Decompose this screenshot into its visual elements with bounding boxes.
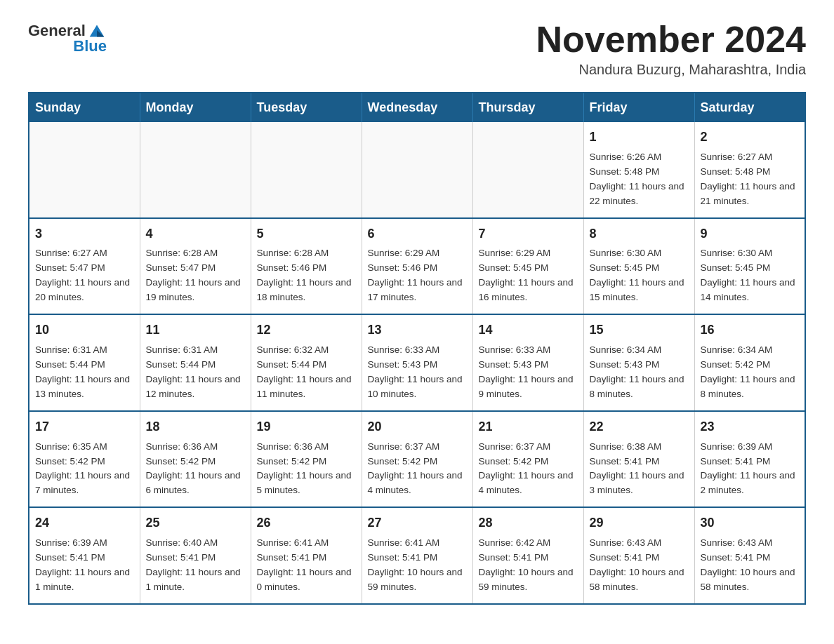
day-info: Daylight: 11 hours and 9 minutes.: [479, 373, 578, 402]
day-number: 7: [479, 224, 578, 244]
day-info: Sunset: 5:42 PM: [257, 455, 356, 469]
day-number: 4: [146, 224, 245, 244]
day-number: 17: [35, 417, 134, 437]
calendar-cell: 30Sunrise: 6:43 AMSunset: 5:41 PMDayligh…: [694, 507, 805, 604]
day-info: Sunrise: 6:34 AM: [590, 343, 689, 358]
day-info: Daylight: 11 hours and 18 minutes.: [257, 276, 356, 305]
day-info: Daylight: 11 hours and 7 minutes.: [35, 469, 134, 498]
day-info: Sunrise: 6:34 AM: [701, 343, 800, 358]
calendar-cell: 6Sunrise: 6:29 AMSunset: 5:46 PMDaylight…: [362, 218, 472, 315]
calendar-cell: 29Sunrise: 6:43 AMSunset: 5:41 PMDayligh…: [583, 507, 694, 604]
day-info: Sunset: 5:44 PM: [257, 358, 356, 373]
day-info: Sunrise: 6:40 AM: [146, 536, 245, 551]
day-info: Sunset: 5:45 PM: [701, 261, 800, 276]
calendar-cell: 27Sunrise: 6:41 AMSunset: 5:41 PMDayligh…: [362, 507, 472, 604]
col-header-monday: Monday: [140, 93, 251, 122]
day-info: Sunset: 5:44 PM: [146, 358, 245, 373]
page-header: General Blue November 2024 Nandura Buzur…: [28, 21, 806, 78]
calendar-cell: 22Sunrise: 6:38 AMSunset: 5:41 PMDayligh…: [583, 411, 694, 508]
day-number: 2: [701, 128, 800, 147]
day-info: Sunset: 5:41 PM: [479, 551, 578, 565]
calendar-cell: 15Sunrise: 6:34 AMSunset: 5:43 PMDayligh…: [583, 314, 694, 411]
day-info: Daylight: 11 hours and 21 minutes.: [701, 180, 800, 209]
day-info: Daylight: 11 hours and 13 minutes.: [35, 373, 134, 402]
day-info: Sunset: 5:41 PM: [590, 551, 689, 565]
day-info: Sunset: 5:41 PM: [35, 551, 134, 565]
day-info: Sunrise: 6:31 AM: [35, 343, 134, 358]
day-number: 14: [479, 321, 578, 340]
calendar-cell: 7Sunrise: 6:29 AMSunset: 5:45 PMDaylight…: [472, 218, 583, 315]
day-info: Sunset: 5:41 PM: [146, 551, 245, 565]
day-info: Sunset: 5:41 PM: [590, 455, 689, 469]
logo-blue: Blue: [73, 38, 107, 55]
day-number: 3: [35, 224, 134, 244]
day-info: Sunset: 5:43 PM: [368, 358, 467, 373]
day-number: 5: [257, 224, 356, 244]
day-info: Daylight: 11 hours and 17 minutes.: [368, 276, 467, 305]
day-number: 23: [701, 417, 800, 437]
day-info: Daylight: 11 hours and 16 minutes.: [479, 276, 578, 305]
day-number: 11: [146, 321, 245, 340]
day-info: Sunrise: 6:35 AM: [35, 440, 134, 455]
day-info: Daylight: 11 hours and 5 minutes.: [257, 469, 356, 498]
day-number: 24: [35, 514, 134, 533]
calendar-cell: [362, 122, 472, 218]
day-info: Daylight: 11 hours and 12 minutes.: [146, 373, 245, 402]
day-info: Sunset: 5:44 PM: [35, 358, 134, 373]
day-info: Sunset: 5:45 PM: [479, 261, 578, 276]
day-info: Daylight: 11 hours and 19 minutes.: [146, 276, 245, 305]
day-info: Sunrise: 6:26 AM: [590, 150, 689, 165]
day-info: Sunrise: 6:33 AM: [368, 343, 467, 358]
day-info: Daylight: 11 hours and 22 minutes.: [590, 180, 689, 209]
day-info: Sunrise: 6:33 AM: [479, 343, 578, 358]
day-number: 30: [701, 514, 800, 533]
calendar-cell: 2Sunrise: 6:27 AMSunset: 5:48 PMDaylight…: [694, 122, 805, 218]
week-row-2: 3Sunrise: 6:27 AMSunset: 5:47 PMDaylight…: [29, 218, 805, 315]
location: Nandura Buzurg, Maharashtra, India: [536, 62, 806, 78]
day-number: 18: [146, 417, 245, 437]
day-info: Sunrise: 6:36 AM: [146, 440, 245, 455]
day-info: Daylight: 11 hours and 0 minutes.: [257, 565, 356, 595]
calendar-cell: 17Sunrise: 6:35 AMSunset: 5:42 PMDayligh…: [29, 411, 140, 508]
day-info: Sunrise: 6:27 AM: [35, 246, 134, 261]
calendar-cell: [251, 122, 362, 218]
calendar-cell: 26Sunrise: 6:41 AMSunset: 5:41 PMDayligh…: [251, 507, 362, 604]
calendar-cell: 14Sunrise: 6:33 AMSunset: 5:43 PMDayligh…: [472, 314, 583, 411]
day-info: Sunrise: 6:30 AM: [590, 246, 689, 261]
day-number: 19: [257, 417, 356, 437]
day-number: 22: [590, 417, 689, 437]
day-number: 25: [146, 514, 245, 533]
calendar-cell: 13Sunrise: 6:33 AMSunset: 5:43 PMDayligh…: [362, 314, 472, 411]
calendar-cell: 3Sunrise: 6:27 AMSunset: 5:47 PMDaylight…: [29, 218, 140, 315]
col-header-wednesday: Wednesday: [362, 93, 472, 122]
day-info: Daylight: 11 hours and 8 minutes.: [701, 373, 800, 402]
day-info: Sunrise: 6:38 AM: [590, 440, 689, 455]
day-info: Sunrise: 6:31 AM: [146, 343, 245, 358]
day-info: Sunset: 5:48 PM: [701, 165, 800, 180]
col-header-friday: Friday: [583, 93, 694, 122]
col-header-sunday: Sunday: [29, 93, 140, 122]
day-info: Daylight: 11 hours and 2 minutes.: [701, 469, 800, 498]
day-info: Sunrise: 6:27 AM: [701, 150, 800, 165]
day-info: Sunrise: 6:29 AM: [479, 246, 578, 261]
day-info: Sunset: 5:46 PM: [368, 261, 467, 276]
day-info: Daylight: 10 hours and 58 minutes.: [701, 565, 800, 595]
day-info: Sunrise: 6:39 AM: [35, 536, 134, 551]
day-info: Daylight: 11 hours and 4 minutes.: [479, 469, 578, 498]
day-info: Daylight: 11 hours and 10 minutes.: [368, 373, 467, 402]
week-row-5: 24Sunrise: 6:39 AMSunset: 5:41 PMDayligh…: [29, 507, 805, 604]
day-info: Sunset: 5:47 PM: [35, 261, 134, 276]
day-info: Sunrise: 6:37 AM: [368, 440, 467, 455]
day-info: Sunrise: 6:28 AM: [257, 246, 356, 261]
col-header-thursday: Thursday: [472, 93, 583, 122]
calendar-cell: 19Sunrise: 6:36 AMSunset: 5:42 PMDayligh…: [251, 411, 362, 508]
calendar-cell: 16Sunrise: 6:34 AMSunset: 5:42 PMDayligh…: [694, 314, 805, 411]
day-info: Sunrise: 6:42 AM: [479, 536, 578, 551]
day-info: Daylight: 11 hours and 6 minutes.: [146, 469, 245, 498]
day-number: 28: [479, 514, 578, 533]
week-row-4: 17Sunrise: 6:35 AMSunset: 5:42 PMDayligh…: [29, 411, 805, 508]
calendar-cell: 10Sunrise: 6:31 AMSunset: 5:44 PMDayligh…: [29, 314, 140, 411]
day-info: Daylight: 11 hours and 4 minutes.: [368, 469, 467, 498]
day-number: 27: [368, 514, 467, 533]
day-info: Sunrise: 6:28 AM: [146, 246, 245, 261]
